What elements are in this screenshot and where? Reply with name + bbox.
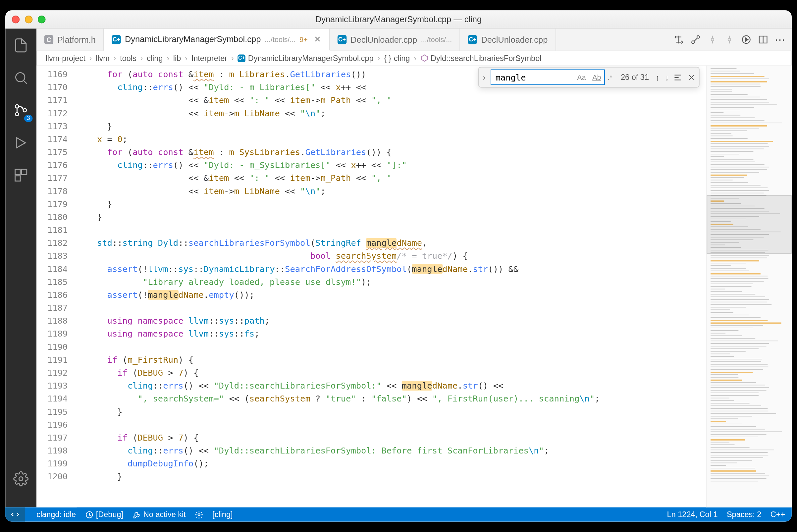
breadcrumb-item[interactable]: tools (120, 54, 136, 63)
svg-point-0 (16, 73, 24, 81)
cpp-file-icon: C+ (468, 35, 477, 44)
status-lang[interactable]: C++ (771, 510, 785, 519)
minimap-viewport[interactable] (706, 195, 792, 254)
cpp-file-icon: C+ (338, 35, 346, 44)
namespace-icon: { } (384, 54, 391, 63)
breadcrumb-item[interactable]: cling (394, 54, 410, 63)
tab-platform-h[interactable]: C Platform.h (36, 28, 104, 51)
find-count: 26 of 31 (618, 73, 651, 81)
tab-label: DeclUnloader.cpp (481, 35, 548, 44)
search-icon[interactable] (5, 68, 36, 89)
breadcrumb-item[interactable]: llvm (96, 54, 110, 63)
split-editor-icon[interactable] (758, 35, 768, 45)
cpp-file-icon: C+ (238, 54, 245, 62)
tab-dirty-count: 9+ (300, 35, 308, 43)
extensions-icon[interactable] (5, 165, 36, 186)
tab-declunloader-2[interactable]: C+ DeclUnloader.cpp (460, 28, 556, 51)
svg-rect-4 (15, 169, 21, 175)
tab-desc: .../tools/... (265, 35, 296, 43)
svg-point-8 (692, 41, 694, 43)
breadcrumb-item[interactable]: Interpreter (191, 54, 227, 63)
tab-dynamiclibrarymanagersymbol[interactable]: C+ DynamicLibraryManagerSymbol.cpp .../t… (104, 28, 329, 51)
more-actions-icon[interactable]: ⋯ (775, 34, 785, 46)
breadcrumb-item[interactable]: cling (147, 54, 163, 63)
breadcrumb-item[interactable]: DynamicLibraryManagerSymbol.cpp (248, 54, 374, 63)
status-debug[interactable]: [Debug] (85, 510, 123, 519)
activity-bar: 3 (5, 28, 36, 507)
window: DynamicLibraryManagerSymbol.cpp — cling … (5, 10, 792, 521)
breadcrumb-item[interactable]: lib (173, 54, 181, 63)
whole-word-toggle[interactable]: Ab (590, 72, 603, 82)
status-variant[interactable]: [cling] (212, 510, 232, 519)
breadcrumb-item[interactable]: llvm-project (46, 54, 86, 63)
scm-badge: 3 (24, 115, 33, 122)
status-clangd[interactable]: clangd: idle (36, 510, 76, 519)
svg-rect-5 (21, 169, 27, 175)
svg-point-9 (697, 36, 700, 38)
svg-point-1 (15, 105, 19, 108)
regex-toggle[interactable]: .* (606, 72, 614, 82)
find-prev-icon[interactable]: ↑ (656, 72, 660, 82)
window-title: DynamicLibraryManagerSymbol.cpp — cling (5, 14, 792, 24)
tab-label: Platform.h (57, 35, 96, 44)
remote-indicator[interactable] (5, 508, 25, 522)
open-changes-icon[interactable] (690, 35, 701, 45)
status-kit[interactable]: No active kit (133, 510, 186, 519)
titlebar: DynamicLibraryManagerSymbol.cpp — cling (5, 10, 792, 28)
header-file-icon: C (44, 35, 53, 44)
tab-desc: .../tools/... (421, 36, 452, 44)
traffic-lights (12, 15, 46, 23)
code-area[interactable]: for (auto const &item : m_Libraries.GetL… (77, 65, 706, 508)
window-close-button[interactable] (12, 15, 20, 23)
status-bar: clangd: idle [Debug] No active kit [clin… (5, 508, 792, 522)
svg-point-7 (19, 477, 23, 481)
run-debug-icon[interactable] (5, 133, 36, 153)
settings-gear-icon[interactable] (5, 469, 36, 489)
status-build-variant[interactable] (195, 510, 203, 518)
tab-label: DynamicLibraryManagerSymbol.cpp (125, 35, 261, 44)
svg-point-11 (728, 38, 731, 41)
find-expand-icon[interactable]: › (482, 72, 487, 82)
editor-tabs: C Platform.h C+ DynamicLibraryManagerSym… (36, 28, 792, 51)
tab-declunloader-1[interactable]: C+ DeclUnloader.cpp .../tools/... (329, 28, 460, 51)
breadcrumb-item[interactable]: Dyld::searchLibrariesForSymbol (431, 54, 541, 63)
method-icon (420, 54, 428, 62)
status-spaces[interactable]: Spaces: 2 (727, 510, 762, 519)
editor[interactable]: 1169 1170 1171 1172 1173 1174 1175 1176 … (36, 65, 792, 508)
line-number-gutter: 1169 1170 1171 1172 1173 1174 1175 1176 … (36, 65, 77, 508)
find-next-icon[interactable]: ↓ (665, 72, 669, 82)
run-icon[interactable] (741, 35, 751, 45)
svg-point-10 (711, 38, 714, 41)
find-widget: › Aa Ab .* 26 of 31 ↑ ↓ (478, 67, 700, 88)
svg-rect-6 (15, 176, 21, 181)
prev-change-icon[interactable] (707, 35, 718, 45)
explorer-icon[interactable] (5, 35, 36, 56)
tab-actions: ⋯ (667, 28, 792, 51)
breadcrumbs[interactable]: llvm-project› llvm› tools› cling› lib› I… (36, 51, 792, 65)
svg-point-15 (198, 513, 200, 515)
status-lncol[interactable]: Ln 1224, Col 1 (667, 510, 718, 519)
minimap[interactable] (706, 65, 792, 508)
next-change-icon[interactable] (724, 35, 734, 45)
match-case-toggle[interactable]: Aa (575, 72, 588, 82)
scm-icon[interactable]: 3 (5, 100, 36, 121)
find-close-icon[interactable]: ✕ (688, 72, 695, 82)
svg-point-2 (15, 113, 19, 116)
find-in-selection-icon[interactable] (673, 72, 682, 82)
tab-label: DeclUnloader.cpp (350, 35, 417, 44)
window-minimize-button[interactable] (25, 15, 33, 23)
close-icon[interactable]: ✕ (314, 35, 321, 44)
cpp-file-icon: C+ (112, 35, 121, 44)
compare-changes-icon[interactable] (673, 35, 684, 45)
window-zoom-button[interactable] (38, 15, 46, 23)
